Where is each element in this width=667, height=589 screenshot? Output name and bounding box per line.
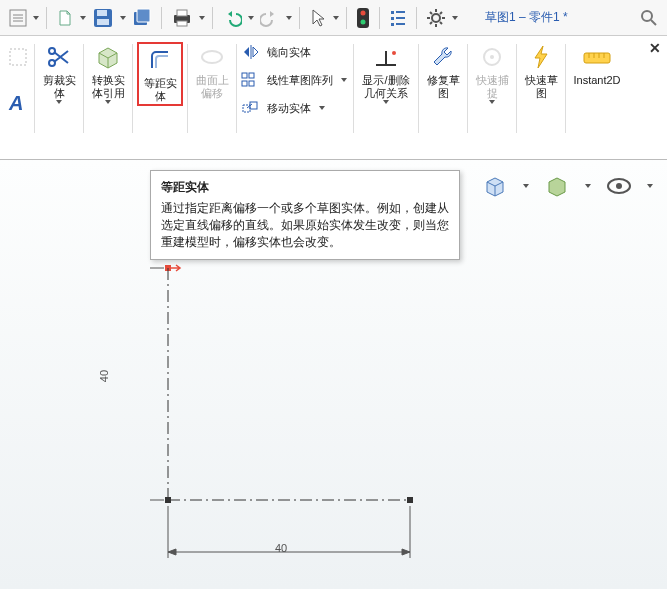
svg-rect-7 [177, 10, 187, 16]
svg-rect-3 [97, 19, 109, 25]
ribbon-toolbar: A 剪裁实体 转换实体引用 等距实体 曲面上偏移 [0, 36, 667, 160]
display-style-icon[interactable] [543, 172, 571, 200]
quick-access-toolbar: 草图1 – 零件1 * [0, 0, 667, 36]
view-toolbar [481, 172, 655, 200]
chevron-down-icon[interactable] [487, 100, 497, 104]
offset-entities-highlight: 等距实体 [137, 42, 183, 106]
chevron-down-icon[interactable] [645, 184, 655, 188]
surface-offset-icon [196, 42, 228, 72]
svg-rect-2 [97, 10, 107, 16]
offset-entities-button[interactable]: 等距实体 [140, 45, 180, 103]
close-panel-icon[interactable]: ✕ [649, 40, 661, 56]
quick-snap-button: 快速捕捉 [472, 42, 512, 104]
mirror-entities-button[interactable]: 镜向实体 [241, 42, 349, 62]
new-file-icon[interactable] [53, 4, 77, 32]
trim-entities-button[interactable]: 剪裁实体 [39, 42, 79, 104]
svg-rect-27 [250, 102, 257, 109]
tooltip: 等距实体 通过指定距离偏移一个或多个草图实体。例如，创建从选定直线偏移的直线。如… [150, 170, 460, 260]
svg-rect-14 [391, 23, 394, 26]
svg-rect-17 [10, 49, 26, 65]
svg-rect-8 [177, 21, 187, 26]
chevron-down-icon[interactable] [103, 100, 113, 104]
svg-rect-5 [137, 9, 150, 22]
document-title: 草图1 – 零件1 * [485, 9, 568, 26]
convert-entities-button[interactable]: 转换实体引用 [88, 42, 128, 104]
pattern-icon [241, 70, 261, 90]
save-all-icon[interactable] [129, 4, 155, 32]
svg-text:A: A [8, 92, 23, 114]
offset-icon [144, 45, 176, 75]
perpendicular-icon [370, 42, 402, 72]
chevron-down-icon[interactable] [339, 78, 349, 82]
undo-icon[interactable] [219, 4, 245, 32]
svg-point-11 [361, 19, 366, 24]
mirror-icon [241, 42, 261, 62]
instant2d-button[interactable]: Instant2D [570, 42, 624, 87]
chevron-down-icon[interactable] [119, 16, 127, 20]
transform-stack: 镜向实体 线性草图阵列 移动实体 [241, 42, 349, 118]
svg-rect-31 [584, 53, 610, 63]
eye-icon[interactable] [605, 172, 633, 200]
chevron-down-icon[interactable] [583, 184, 593, 188]
text-tool-icon[interactable]: A [6, 90, 30, 118]
gear-icon[interactable] [423, 4, 449, 32]
dimension-horizontal[interactable]: 40 [275, 542, 287, 554]
svg-rect-12 [391, 11, 394, 14]
sketch-drawing [150, 260, 490, 589]
chevron-down-icon[interactable] [247, 16, 255, 20]
lightning-icon [525, 42, 557, 72]
chevron-down-icon[interactable] [54, 100, 64, 104]
repair-sketch-button[interactable]: 修复草图 [423, 42, 463, 100]
view-cube-icon[interactable] [481, 172, 509, 200]
ribbon-left-misc: A [2, 40, 34, 118]
redo-icon[interactable] [257, 4, 283, 32]
svg-point-21 [202, 51, 222, 63]
sketch-fillet-icon[interactable] [7, 46, 29, 72]
target-icon [476, 42, 508, 72]
svg-rect-22 [242, 73, 247, 78]
search-icon[interactable] [637, 4, 661, 32]
chevron-down-icon[interactable] [198, 16, 206, 20]
svg-point-16 [642, 11, 652, 21]
tooltip-title: 等距实体 [161, 179, 449, 196]
select-arrow-icon[interactable] [306, 4, 330, 32]
qa-menu-icon[interactable] [6, 4, 30, 32]
chevron-down-icon[interactable] [332, 16, 340, 20]
save-icon[interactable] [89, 4, 117, 32]
chevron-down-icon[interactable] [317, 106, 327, 110]
svg-point-15 [432, 14, 440, 22]
svg-rect-25 [249, 81, 254, 86]
move-entities-button[interactable]: 移动实体 [241, 98, 349, 118]
chevron-down-icon[interactable] [451, 16, 459, 20]
list-icon[interactable] [386, 4, 410, 32]
svg-point-30 [490, 55, 494, 59]
chevron-down-icon[interactable] [79, 16, 87, 20]
svg-rect-24 [242, 81, 247, 86]
svg-rect-38 [407, 497, 413, 503]
chevron-down-icon[interactable] [381, 100, 391, 104]
traffic-light-icon[interactable] [353, 4, 373, 32]
tooltip-body: 通过指定距离偏移一个或多个草图实体。例如，创建从选定直线偏移的直线。如果原始实体… [161, 200, 449, 251]
scissors-icon [43, 42, 75, 72]
print-icon[interactable] [168, 4, 196, 32]
svg-point-10 [361, 10, 366, 15]
ruler-icon [581, 42, 613, 72]
svg-rect-37 [165, 497, 171, 503]
chevron-down-icon[interactable] [521, 184, 531, 188]
svg-rect-13 [391, 17, 394, 20]
display-relations-button[interactable]: 显示/删除几何关系 [358, 42, 414, 104]
svg-point-28 [392, 51, 396, 55]
chevron-down-icon[interactable] [285, 16, 293, 20]
chevron-down-icon[interactable] [32, 16, 40, 20]
linear-pattern-button[interactable]: 线性草图阵列 [241, 70, 349, 90]
svg-point-33 [616, 183, 622, 189]
wrench-icon [427, 42, 459, 72]
rapid-sketch-button[interactable]: 快速草图 [521, 42, 561, 100]
cube-icon [92, 42, 124, 72]
svg-rect-23 [249, 73, 254, 78]
dimension-vertical[interactable]: 40 [98, 370, 110, 382]
surface-offset-button: 曲面上偏移 [192, 42, 232, 100]
move-icon [241, 98, 261, 118]
